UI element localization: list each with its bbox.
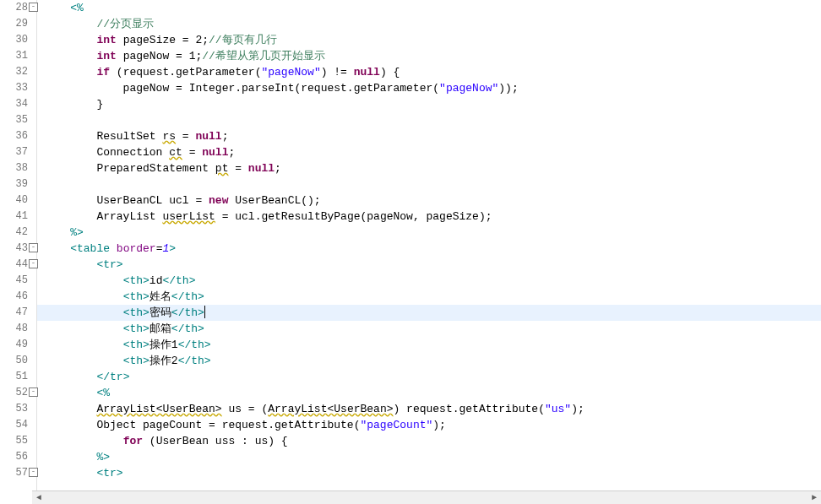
line-number: 56 bbox=[16, 449, 33, 465]
token: ResultSet bbox=[44, 130, 162, 143]
token bbox=[44, 50, 96, 62]
token: = bbox=[228, 162, 247, 175]
token bbox=[44, 451, 96, 463]
line-number: 51 bbox=[16, 369, 33, 385]
token: "us" bbox=[545, 403, 571, 415]
token bbox=[44, 355, 123, 367]
code-line[interactable]: pageNow = Integer.parseInt(request.getPa… bbox=[37, 80, 821, 96]
gutter-line: 57- bbox=[0, 465, 36, 481]
gutter-line: 49 bbox=[0, 337, 36, 353]
token: int bbox=[96, 34, 116, 46]
code-area[interactable]: <% //分页显示 int pageSize = 2;//每页有几行 int p… bbox=[37, 0, 821, 504]
horizontal-scrollbar[interactable]: ◄ ► bbox=[32, 490, 821, 504]
scroll-left-arrow[interactable]: ◄ bbox=[32, 491, 46, 505]
scroll-right-arrow[interactable]: ► bbox=[807, 491, 821, 505]
gutter-line: 55 bbox=[0, 433, 36, 449]
code-line[interactable]: <th>邮箱</th> bbox=[37, 321, 821, 337]
code-line[interactable]: %> bbox=[37, 449, 821, 465]
token bbox=[44, 274, 123, 287]
line-number: 49 bbox=[16, 337, 33, 353]
token: ); bbox=[571, 403, 584, 415]
gutter-line: 51 bbox=[0, 369, 36, 385]
code-line[interactable]: } bbox=[37, 96, 821, 112]
scroll-track[interactable] bbox=[46, 491, 807, 505]
token bbox=[44, 18, 96, 30]
code-line[interactable]: PreparedStatement pt = null; bbox=[37, 160, 821, 176]
gutter-line: 56 bbox=[0, 449, 36, 465]
token: <th> bbox=[123, 290, 150, 303]
token: )); bbox=[498, 82, 518, 95]
token: //每页有几行 bbox=[209, 34, 277, 46]
line-number: 55 bbox=[16, 433, 33, 449]
gutter-line: 29 bbox=[0, 16, 36, 32]
token: null bbox=[195, 130, 221, 143]
code-line[interactable]: <th>姓名</th> bbox=[37, 289, 821, 305]
code-line[interactable]: ArrayList userList = ucl.getResultByPage… bbox=[37, 209, 821, 225]
line-number: 31 bbox=[16, 48, 33, 64]
token: ArrayList<UserBean> bbox=[96, 403, 221, 415]
token: us = ( bbox=[222, 403, 269, 415]
code-line[interactable] bbox=[37, 176, 821, 192]
code-line[interactable]: Connection ct = null; bbox=[37, 144, 821, 160]
token: UserBeanCL(); bbox=[228, 194, 320, 207]
code-line[interactable]: %> bbox=[37, 225, 821, 241]
token: <th> bbox=[123, 355, 150, 367]
token: %> bbox=[96, 451, 110, 463]
token: <% bbox=[70, 2, 84, 14]
token: ; bbox=[222, 130, 229, 143]
token: ); bbox=[432, 419, 446, 431]
token bbox=[44, 226, 70, 239]
code-line[interactable]: //分页显示 bbox=[37, 16, 821, 32]
code-line[interactable]: <th>密码</th> bbox=[37, 305, 821, 321]
gutter-line: 33 bbox=[0, 80, 36, 96]
code-line[interactable]: ResultSet rs = null; bbox=[37, 128, 821, 144]
token: ) request.getAttribute( bbox=[394, 403, 545, 415]
token bbox=[44, 306, 123, 319]
token: ArrayList<UserBean> bbox=[268, 403, 393, 415]
code-line[interactable]: <tr> bbox=[37, 257, 821, 273]
token: = bbox=[176, 130, 195, 143]
code-line[interactable]: <% bbox=[37, 385, 821, 401]
token: pageNow = 1; bbox=[117, 50, 202, 62]
gutter-line: 52- bbox=[0, 385, 36, 401]
token: if bbox=[96, 66, 110, 79]
code-line[interactable]: if (request.getParameter("pageNow") != n… bbox=[37, 64, 821, 80]
line-number: 32 bbox=[16, 64, 33, 80]
gutter-line: 35 bbox=[0, 112, 36, 128]
code-line[interactable]: int pageSize = 2;//每页有几行 bbox=[37, 32, 821, 48]
token: ) { bbox=[380, 66, 400, 79]
token: null bbox=[202, 146, 228, 159]
code-line[interactable]: <th>操作1</th> bbox=[37, 337, 821, 353]
token: = ucl.getResultByPage(pageNow, pageSize)… bbox=[215, 210, 492, 223]
token: PreparedStatement bbox=[44, 162, 215, 175]
token bbox=[44, 2, 70, 14]
gutter-line: 32 bbox=[0, 64, 36, 80]
code-line[interactable]: </tr> bbox=[37, 369, 821, 385]
token: ct bbox=[169, 146, 182, 159]
token: (request.getParameter( bbox=[110, 66, 261, 79]
code-line[interactable]: <th>id</th> bbox=[37, 273, 821, 289]
code-line[interactable]: <table border=1> bbox=[37, 241, 821, 257]
code-line[interactable]: <% bbox=[37, 0, 821, 16]
token: } bbox=[44, 98, 103, 111]
gutter-line: 38 bbox=[0, 160, 36, 176]
code-line[interactable]: UserBeanCL ucl = new UserBeanCL(); bbox=[37, 192, 821, 209]
token: <% bbox=[96, 387, 110, 399]
code-line[interactable]: <tr> bbox=[37, 465, 821, 481]
code-editor: 28-293031323334353637383940414243-44-454… bbox=[0, 0, 821, 504]
token bbox=[44, 242, 70, 255]
token: "pageNow" bbox=[439, 82, 498, 95]
token bbox=[44, 66, 96, 79]
gutter-line: 42 bbox=[0, 225, 36, 241]
code-line[interactable]: int pageNow = 1;//希望从第几页开始显示 bbox=[37, 48, 821, 64]
token: </th> bbox=[171, 290, 204, 303]
code-line[interactable]: <th>操作2</th> bbox=[37, 353, 821, 369]
code-line[interactable]: ArrayList<UserBean> us = (ArrayList<User… bbox=[37, 401, 821, 417]
line-number: 47 bbox=[16, 305, 33, 321]
line-number-gutter: 28-293031323334353637383940414243-44-454… bbox=[0, 0, 37, 504]
token bbox=[44, 258, 96, 271]
code-line[interactable]: for (UserBean uss : us) { bbox=[37, 433, 821, 449]
code-line[interactable] bbox=[37, 112, 821, 128]
code-line[interactable]: Object pageCount = request.getAttribute(… bbox=[37, 417, 821, 433]
token: ) != bbox=[321, 66, 354, 79]
